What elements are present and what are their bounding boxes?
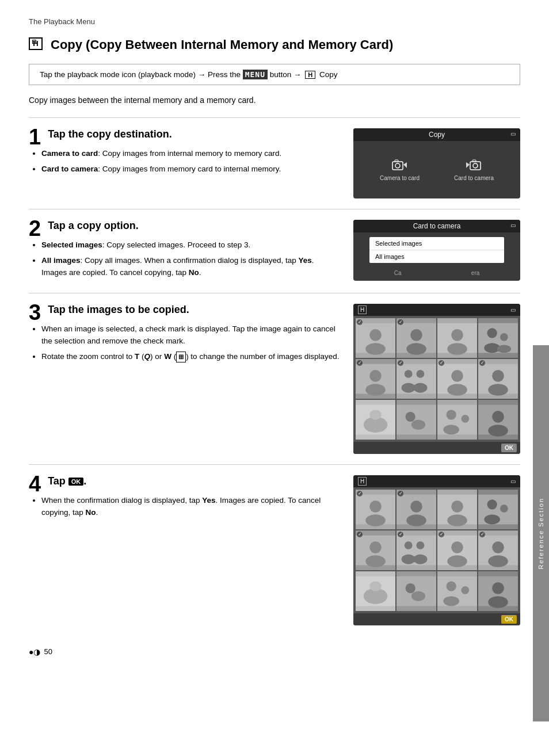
svg-point-32: [447, 384, 467, 396]
step-2-camera-screen: Card to camera ▭ Selected images All ima…: [353, 220, 520, 281]
thumb-s4-12[interactable]: [478, 571, 518, 611]
svg-point-66: [405, 541, 413, 549]
thumb-6[interactable]: ✓: [396, 359, 436, 399]
svg-rect-39: [396, 405, 436, 435]
step-3-bullet-1: When an image is selected, a check mark …: [41, 323, 340, 348]
step-3-section: 3 Tap the images to be copied. When an i…: [29, 293, 520, 464]
step-4-bullet-1: When the confirmation dialog is displaye…: [41, 495, 340, 519]
instruction-copy-icon: H: [305, 71, 315, 79]
svg-point-27: [417, 370, 425, 378]
svg-point-59: [487, 499, 497, 509]
step-1-body: Camera to card: Copy images from interna…: [29, 148, 340, 175]
screen-4-footer: OK: [353, 613, 520, 625]
thumb-4[interactable]: [478, 318, 518, 358]
thumb-10[interactable]: [396, 400, 436, 440]
thumb-1[interactable]: ✓: [356, 318, 395, 358]
screen-4-icon: H: [358, 477, 367, 486]
thumb-8[interactable]: ✓: [478, 359, 518, 399]
svg-point-50: [369, 501, 382, 513]
svg-point-51: [365, 514, 386, 526]
step-4-thumb-grid: ✓ ✓: [353, 487, 520, 613]
breadcrumb: The Playback Menu: [29, 17, 520, 26]
thumb-s4-7[interactable]: ✓: [437, 530, 477, 570]
step-4-number: 4: [29, 473, 41, 495]
svg-rect-2: [395, 160, 398, 162]
camera-to-card-option[interactable]: Camera to card: [380, 159, 420, 181]
thumb-7[interactable]: ✓: [437, 359, 477, 399]
screen-1-content: Camera to card Card to camera: [353, 141, 520, 198]
svg-point-40: [406, 412, 415, 422]
step-3-camera-screen: H ▭ ✓: [353, 304, 520, 454]
page: The Playback Menu ⊟ H Copy (Copy Between…: [0, 0, 549, 756]
svg-point-88: [488, 596, 508, 608]
thumb-9[interactable]: [356, 400, 395, 440]
thumb-s4-9[interactable]: [356, 571, 395, 611]
menu-word: MENU: [243, 70, 268, 79]
svg-point-72: [447, 555, 467, 567]
svg-point-16: [447, 343, 467, 355]
svg-point-44: [461, 415, 469, 423]
svg-point-43: [447, 410, 456, 419]
instruction-text-before: Tap the playback mode icon (playback mod…: [40, 70, 241, 79]
svg-point-61: [484, 514, 500, 524]
thumb-s4-8[interactable]: ✓: [478, 530, 518, 570]
step-2-section: 2 Tap a copy option. Selected images: Co…: [29, 209, 520, 293]
screen-2-menu-container: Selected images All images: [353, 232, 520, 265]
step-3-title: Tap the images to be copied.: [48, 304, 340, 316]
svg-point-75: [488, 555, 508, 567]
thumb-3[interactable]: [437, 318, 477, 358]
step-3-thumb-grid: ✓ ✓: [353, 316, 520, 442]
thumb-12[interactable]: [478, 400, 518, 440]
svg-point-57: [447, 514, 467, 526]
thumb-2[interactable]: ✓: [396, 318, 436, 358]
svg-point-35: [488, 384, 508, 396]
svg-point-67: [417, 541, 425, 549]
screen-2-menu: Selected images All images: [369, 237, 504, 263]
step-2-left: 2 Tap a copy option. Selected images: Co…: [29, 220, 340, 282]
thumb-s4-2[interactable]: ✓: [396, 490, 436, 529]
step-4-left: 4 Tap OK. When the confirmation dialog i…: [29, 475, 340, 625]
thumb-5[interactable]: ✓: [356, 359, 395, 399]
step-2-body: Selected images: Copy selected images. P…: [29, 239, 340, 279]
step-1-left: 1 Tap the copy destination. Camera to ca…: [29, 128, 340, 198]
svg-point-53: [410, 501, 422, 513]
step-3-left: 3 Tap the images to be copied. When an i…: [29, 304, 340, 454]
step-4-title: Tap OK.: [48, 475, 340, 487]
screen-4-header: H ▭: [353, 475, 520, 487]
screen-2-battery: ▭: [510, 222, 516, 228]
svg-point-19: [500, 333, 508, 341]
thumb-11[interactable]: [437, 400, 477, 440]
svg-point-54: [406, 514, 426, 526]
svg-point-47: [492, 411, 504, 423]
svg-point-21: [497, 345, 511, 353]
selected-images-item[interactable]: Selected images: [369, 237, 504, 250]
page-footer: ●◑ 50: [29, 647, 520, 656]
thumb-s4-5[interactable]: ✓: [356, 530, 395, 570]
thumb-s4-1[interactable]: ✓: [356, 490, 395, 529]
svg-point-56: [451, 501, 463, 513]
copy-icon: ⊟ H: [29, 37, 43, 50]
svg-point-12: [410, 329, 422, 341]
camera-to-card-label: Camera to card: [380, 175, 420, 181]
svg-point-23: [369, 370, 382, 382]
step-2-number: 2: [29, 217, 41, 239]
svg-point-34: [492, 370, 504, 382]
ok-button-step3[interactable]: OK: [501, 444, 517, 452]
step-4-body: When the confirmation dialog is displaye…: [29, 495, 340, 519]
screen-3-header: H ▭: [353, 304, 520, 316]
svg-point-80: [406, 583, 415, 593]
card-to-camera-label: Card to camera: [454, 175, 494, 181]
thumb-s4-11[interactable]: [437, 571, 477, 611]
thumb-s4-6[interactable]: ✓: [396, 530, 436, 570]
step-1-number: 1: [29, 126, 41, 148]
svg-point-13: [406, 343, 426, 355]
svg-rect-7: [472, 160, 476, 162]
svg-point-83: [447, 581, 456, 591]
card-to-camera-option[interactable]: Card to camera: [454, 159, 494, 181]
thumb-s4-10[interactable]: [396, 571, 436, 611]
thumb-s4-4[interactable]: [478, 490, 518, 529]
svg-point-28: [402, 383, 415, 392]
all-images-item[interactable]: All images: [369, 250, 504, 263]
thumb-s4-3[interactable]: [437, 490, 477, 529]
ok-button-step4[interactable]: OK: [501, 615, 517, 624]
